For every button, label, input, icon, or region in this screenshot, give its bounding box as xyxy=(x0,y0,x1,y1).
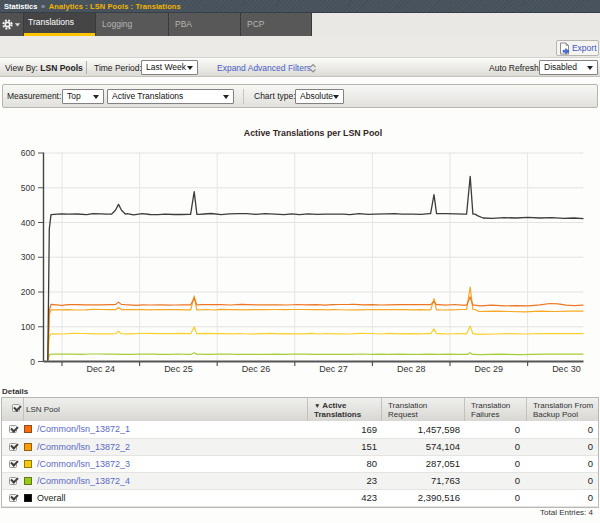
svg-text:Dec 29: Dec 29 xyxy=(475,364,504,374)
svg-text:Dec 24: Dec 24 xyxy=(87,364,116,374)
svg-text:Dec 25: Dec 25 xyxy=(164,364,193,374)
svg-text:500: 500 xyxy=(21,183,35,193)
svg-text:600: 600 xyxy=(21,148,35,158)
svg-text:0: 0 xyxy=(30,357,35,367)
svg-text:300: 300 xyxy=(21,252,35,262)
svg-text:Dec 26: Dec 26 xyxy=(242,364,271,374)
svg-text:200: 200 xyxy=(21,287,35,297)
svg-text:400: 400 xyxy=(21,218,35,228)
svg-text:100: 100 xyxy=(21,322,35,332)
svg-text:Dec 30: Dec 30 xyxy=(552,364,581,374)
svg-text:Dec 28: Dec 28 xyxy=(397,364,426,374)
svg-text:Dec 27: Dec 27 xyxy=(319,364,348,374)
